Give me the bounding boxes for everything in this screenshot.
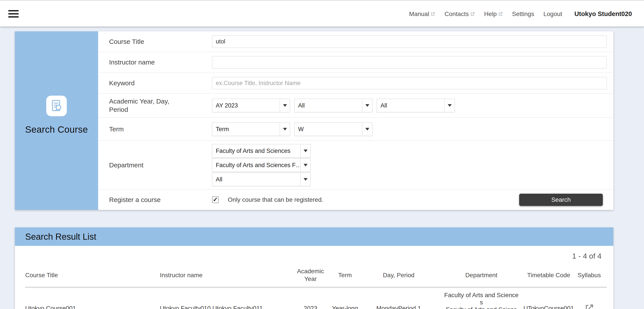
result-table-header: Course Title Instructor name Academic Ye… [25, 263, 607, 288]
nav-contacts[interactable]: Contacts [444, 11, 475, 18]
row-department: Faculty of Arts and Sciences Faculty of … [437, 288, 526, 309]
period-select[interactable]: All [377, 99, 455, 112]
col-department: Department [437, 263, 526, 287]
search-course-sidebar: Search Course [15, 31, 98, 210]
nav-manual[interactable]: Manual [409, 11, 436, 18]
user-name: Utokyo Student020 [574, 10, 632, 18]
chevron-down-icon [300, 144, 310, 157]
nav-contacts-label: Contacts [444, 11, 469, 18]
nav-help-label: Help [484, 11, 497, 18]
external-link-icon [498, 12, 503, 17]
chevron-down-icon [362, 123, 372, 136]
chevron-down-icon [300, 159, 310, 172]
syllabus-external-link-icon[interactable] [572, 288, 607, 309]
nav-logout[interactable]: Logout [544, 11, 562, 18]
col-academic-year: Academic Year [291, 263, 330, 287]
course-search-icon [46, 96, 67, 116]
day-select[interactable]: All [294, 99, 372, 112]
ay-day-period-label: Academic Year, Day, Period [109, 97, 212, 114]
search-result-title: Search Result List [25, 232, 96, 241]
nav-settings[interactable]: Settings [512, 11, 534, 18]
term-value-select[interactable]: W [294, 122, 372, 136]
nav-logout-label: Logout [544, 11, 562, 18]
department-level1-select[interactable]: Faculty of Arts and Sciences [212, 144, 310, 158]
form-row-course-title: Course Title [98, 31, 613, 52]
search-button[interactable]: Search [519, 194, 603, 206]
top-bar: Manual Contacts Help Settings Logout Uto… [0, 0, 644, 27]
row-day-period: MondayPeriod 1 [360, 288, 437, 309]
nav-help[interactable]: Help [484, 11, 503, 18]
col-timetable-code: Timetable Code [526, 263, 572, 287]
department-level3-select[interactable]: All [212, 173, 310, 186]
row-timetable-code: UTokyoCourse001 [526, 288, 572, 309]
result-count: 1 - 4 of 4 [25, 251, 602, 260]
course-title-input[interactable] [212, 36, 607, 48]
chevron-down-icon [280, 99, 290, 112]
academic-year-select[interactable]: AY 2023 [212, 99, 290, 112]
external-link-icon [430, 12, 435, 17]
course-title-label: Course Title [109, 38, 212, 46]
department-label: Department [109, 161, 212, 169]
form-row-keyword: Keyword [98, 73, 613, 94]
chevron-down-icon [280, 123, 290, 136]
term-type-select[interactable]: Term [212, 122, 290, 136]
col-day-period: Day, Period [360, 263, 437, 287]
search-result-header: Search Result List [15, 227, 613, 246]
chevron-down-icon [300, 173, 310, 186]
form-row-term: Term Term W [98, 118, 613, 141]
keyword-label: Keyword [109, 79, 212, 87]
chevron-down-icon [444, 99, 454, 112]
chevron-down-icon [362, 99, 372, 112]
nav-manual-label: Manual [409, 11, 429, 18]
search-course-panel: Search Course Course Title Instructor na… [15, 31, 613, 210]
instructor-name-input[interactable] [212, 56, 607, 68]
search-form: Course Title Instructor name Keyword Aca… [98, 31, 613, 210]
search-course-title: Search Course [15, 124, 98, 135]
registerable-only-checkbox[interactable]: ✓ [212, 196, 218, 203]
department-level2-select[interactable]: Faculty of Arts and Sciences F… [212, 158, 310, 172]
row-academic-year: 2023 [291, 288, 330, 309]
nav-settings-label: Settings [512, 11, 534, 18]
form-row-department: Department Faculty of Arts and Sciences … [98, 141, 613, 189]
hamburger-menu-icon[interactable] [8, 9, 19, 19]
col-course-title: Course Title [25, 263, 160, 287]
form-row-register: Register a course ✓ Only course that can… [98, 189, 613, 210]
col-term: Term [330, 263, 360, 287]
form-row-instructor: Instructor name [98, 52, 613, 73]
row-instructor-name: Utokyo Faculty010,Utokyo Faculty011 [160, 288, 291, 309]
table-row: Utokyo Course001 Utokyo Faculty010,Utoky… [25, 288, 607, 309]
col-syllabus: Syllabus [572, 263, 607, 287]
external-link-icon [470, 12, 475, 17]
search-result-body: 1 - 4 of 4 Course Title Instructor name … [15, 251, 613, 309]
form-row-ay-day-period: Academic Year, Day, Period AY 2023 All A… [98, 94, 613, 118]
instructor-name-label: Instructor name [109, 58, 212, 67]
row-term: Year-long [330, 288, 360, 309]
term-label: Term [109, 125, 212, 133]
register-course-label: Register a course [109, 196, 212, 204]
top-nav: Manual Contacts Help Settings Logout Uto… [409, 1, 632, 27]
registerable-only-label: Only course that can be registered. [228, 196, 323, 203]
keyword-input[interactable] [212, 77, 607, 89]
row-course-title[interactable]: Utokyo Course001 [25, 288, 160, 309]
col-instructor-name: Instructor name [160, 263, 291, 287]
search-result-panel: Search Result List 1 - 4 of 4 Course Tit… [15, 227, 613, 309]
